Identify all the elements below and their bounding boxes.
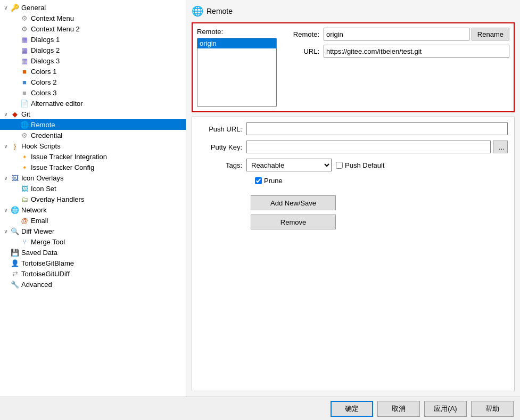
prune-checkbox-label[interactable]: Prune bbox=[255, 177, 283, 185]
toggle-diff-viewer[interactable]: v bbox=[2, 228, 10, 234]
label-advanced: Advanced bbox=[21, 281, 52, 289]
label-hook-scripts: Hook Scripts bbox=[21, 142, 61, 150]
tree-item-colors-2[interactable]: ■Colors 2 bbox=[0, 77, 186, 87]
tree-item-merge-tool[interactable]: ⑂Merge Tool bbox=[0, 236, 186, 247]
prune-checkbox[interactable] bbox=[255, 177, 262, 184]
icon-overlay-handlers: 🗂 bbox=[20, 195, 29, 203]
tree-item-context-menu[interactable]: ⚙Context Menu bbox=[0, 13, 186, 23]
tree-item-diff-viewer[interactable]: v🔍Diff Viewer bbox=[0, 226, 186, 236]
icon-dialogs-2: ▦ bbox=[20, 46, 29, 54]
icon-icon-overlays: 🖼 bbox=[10, 174, 20, 182]
tree-item-hook-scripts[interactable]: v}Hook Scripts bbox=[0, 141, 186, 151]
add-save-button[interactable]: Add New/Save bbox=[251, 195, 336, 210]
icon-diff-viewer: 🔍 bbox=[10, 227, 20, 235]
label-email: Email bbox=[31, 217, 48, 225]
label-general: General bbox=[21, 4, 46, 12]
confirm-button[interactable]: 确定 bbox=[331, 401, 373, 417]
tree-item-issue-tracker-cfg[interactable]: 🔸Issue Tracker Config bbox=[0, 162, 186, 172]
apply-button[interactable]: 应用(A) bbox=[424, 401, 467, 417]
icon-context-menu: ⚙ bbox=[20, 14, 29, 22]
tree-item-saved-data[interactable]: 💾Saved Data bbox=[0, 247, 186, 258]
label-credential: Credential bbox=[31, 131, 62, 139]
remote-name-input[interactable] bbox=[324, 28, 469, 40]
icon-merge-tool: ⑂ bbox=[20, 237, 29, 246]
form-area: Push URL: Putty Key: ... Tags: All Reach… bbox=[192, 117, 515, 391]
help-button[interactable]: 帮助 bbox=[471, 401, 514, 417]
label-diff-viewer: Diff Viewer bbox=[21, 227, 54, 235]
tree-item-dialogs-3[interactable]: ▦Dialogs 3 bbox=[0, 55, 186, 66]
panel-heading: Remote bbox=[207, 7, 233, 15]
tree-panel: v🔑General⚙Context Menu⚙Context Menu 2▦Di… bbox=[0, 0, 186, 397]
remove-button[interactable]: Remove bbox=[251, 215, 336, 229]
tree-item-tortoise-udiff[interactable]: ⇄TortoiseGitUDiff bbox=[0, 268, 186, 279]
tree-item-alt-editor[interactable]: 📄Alternative editor bbox=[0, 98, 186, 109]
remote-option-origin[interactable]: origin bbox=[197, 38, 276, 48]
label-merge-tool: Merge Tool bbox=[31, 238, 65, 246]
push-url-input[interactable] bbox=[246, 122, 508, 135]
remote-list-select[interactable]: origin bbox=[197, 38, 277, 107]
tree-item-general[interactable]: v🔑General bbox=[0, 2, 186, 13]
tree-item-overlay-handlers[interactable]: 🗂Overlay Handlers bbox=[0, 194, 186, 204]
push-default-checkbox-label[interactable]: Push Default bbox=[336, 161, 384, 169]
tags-row: Tags: All Reachable None Push Default bbox=[199, 159, 508, 171]
right-panel: 🌐 Remote Remote: origin Remote: Rename U… bbox=[186, 0, 520, 397]
icon-remote: 🌐 bbox=[20, 120, 29, 129]
putty-key-input[interactable] bbox=[246, 141, 491, 153]
tree-item-advanced[interactable]: 🔧Advanced bbox=[0, 279, 186, 290]
tags-label: Tags: bbox=[199, 161, 246, 169]
icon-issue-tracker-int: 🔸 bbox=[20, 152, 29, 161]
label-tortoise-udiff: TortoiseGitUDiff bbox=[21, 270, 70, 278]
label-issue-tracker-int: Issue Tracker Integration bbox=[31, 153, 107, 161]
cancel-button[interactable]: 取消 bbox=[377, 401, 420, 417]
remote-fields: Remote: Rename URL: bbox=[281, 28, 509, 107]
toggle-network[interactable]: v bbox=[2, 207, 10, 213]
icon-dialogs-3: ▦ bbox=[20, 56, 29, 65]
tree-item-colors-1[interactable]: ■Colors 1 bbox=[0, 66, 186, 77]
push-default-label: Push Default bbox=[345, 161, 384, 169]
browse-button[interactable]: ... bbox=[493, 141, 508, 153]
tree-item-context-menu-2[interactable]: ⚙Context Menu 2 bbox=[0, 23, 186, 34]
icon-hook-scripts: } bbox=[10, 142, 20, 150]
icon-advanced: 🔧 bbox=[10, 280, 20, 289]
remote-icon: 🌐 bbox=[192, 5, 203, 17]
icon-tortoise-udiff: ⇄ bbox=[10, 269, 20, 278]
label-issue-tracker-cfg: Issue Tracker Config bbox=[31, 163, 94, 171]
label-git: Git bbox=[21, 110, 30, 118]
toggle-general[interactable]: v bbox=[2, 5, 10, 11]
remote-field-label: Remote: bbox=[281, 30, 324, 38]
label-colors-1: Colors 1 bbox=[31, 68, 56, 76]
tree-item-issue-tracker-int[interactable]: 🔸Issue Tracker Integration bbox=[0, 151, 186, 162]
push-url-label: Push URL: bbox=[199, 125, 246, 133]
tree-item-colors-3[interactable]: ■Colors 3 bbox=[0, 87, 186, 98]
remote-list-label: Remote: bbox=[197, 28, 277, 36]
tree-item-dialogs-1[interactable]: ▦Dialogs 1 bbox=[0, 34, 186, 45]
tree-item-email[interactable]: @Email bbox=[0, 215, 186, 226]
label-colors-3: Colors 3 bbox=[31, 89, 56, 97]
tree-item-git[interactable]: v◆Git bbox=[0, 109, 186, 119]
tree-item-credential[interactable]: ⚙Credential bbox=[0, 130, 186, 141]
putty-key-row: Putty Key: ... bbox=[199, 141, 508, 153]
push-default-checkbox[interactable] bbox=[336, 162, 343, 169]
url-field-label: URL: bbox=[281, 47, 324, 55]
toggle-git[interactable]: v bbox=[2, 111, 10, 117]
rename-button[interactable]: Rename bbox=[472, 28, 509, 40]
tree-item-tortoise-blame[interactable]: 👤TortoiseGitBlame bbox=[0, 258, 186, 268]
toggle-icon-overlays[interactable]: v bbox=[2, 175, 10, 181]
icon-colors-1: ■ bbox=[20, 67, 29, 76]
tree-item-dialogs-2[interactable]: ▦Dialogs 2 bbox=[0, 45, 186, 55]
remote-section: Remote: origin Remote: Rename URL: bbox=[192, 22, 515, 112]
panel-title: 🌐 Remote bbox=[192, 5, 515, 17]
bottom-bar: 确定 取消 应用(A) 帮助 bbox=[0, 397, 520, 420]
tree-item-icon-overlays[interactable]: v🖼Icon Overlays bbox=[0, 172, 186, 183]
toggle-hook-scripts[interactable]: v bbox=[2, 143, 10, 149]
icon-colors-3: ■ bbox=[20, 88, 29, 97]
tree-item-icon-set[interactable]: 🖼Icon Set bbox=[0, 183, 186, 194]
icon-email: @ bbox=[20, 216, 29, 225]
url-input[interactable] bbox=[324, 45, 509, 57]
label-context-menu: Context Menu bbox=[31, 14, 74, 22]
tree-item-remote[interactable]: 🌐Remote bbox=[0, 119, 186, 130]
icon-tortoise-blame: 👤 bbox=[10, 259, 20, 267]
label-saved-data: Saved Data bbox=[21, 249, 57, 257]
tags-select[interactable]: All Reachable None bbox=[246, 159, 332, 171]
tree-item-network[interactable]: v🌐Network bbox=[0, 204, 186, 215]
